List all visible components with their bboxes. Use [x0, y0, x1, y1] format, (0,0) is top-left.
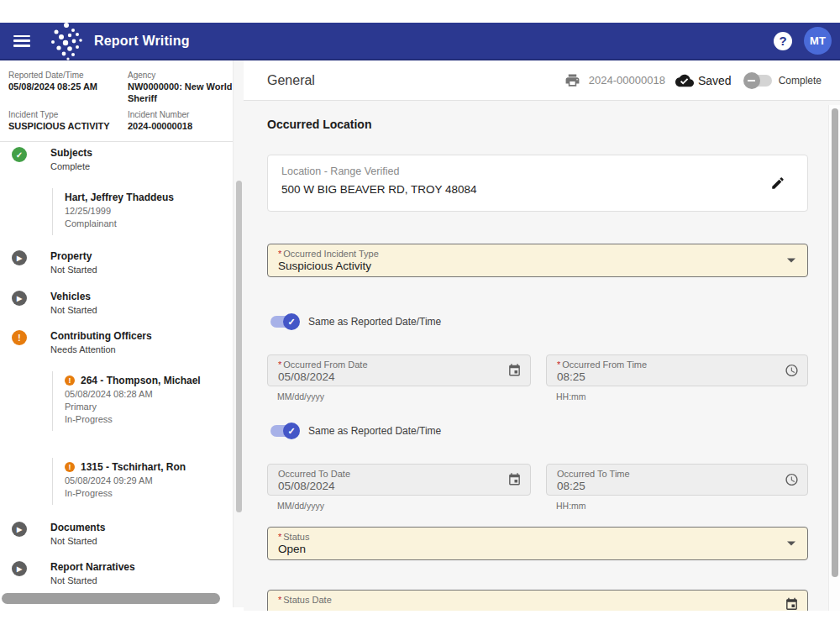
incident-number-value: 2024-00000018	[128, 121, 233, 133]
sidebar-item-property[interactable]: ▶ Property Not Started	[0, 250, 227, 275]
sidebar-item-report-narratives[interactable]: ▶ Report Narratives Not Started	[0, 561, 227, 585]
officer-name: ! 264 - Thompson, Michael	[65, 375, 220, 386]
occurred-location-heading: Occurred Location	[267, 118, 371, 131]
cloud-saved-icon	[675, 71, 694, 90]
calendar-icon[interactable]	[785, 597, 799, 611]
documents-label: Documents	[50, 522, 105, 533]
vehicles-status: Not Started	[50, 305, 97, 315]
date-format-hint: MM/dd/yyyy	[277, 501, 324, 511]
same-as-reported-label: Same as Reported Date/Time	[308, 425, 441, 437]
reported-datetime-label: Reported Date/Time	[8, 71, 113, 80]
subject-name: Hart, Jeffrey Thaddeus	[65, 192, 220, 203]
agency-label: Agency	[128, 71, 233, 80]
officer-role: Primary	[65, 402, 220, 412]
report-writing-app: Report Writing ? MT Reported Date/Time 0…	[0, 0, 840, 630]
location-value: 500 W BIG BEAVER RD, TROY 48084	[281, 183, 794, 196]
not-started-play-icon: ▶	[12, 291, 27, 306]
sidebar-item-subjects[interactable]: ✓ Subjects Complete	[0, 147, 227, 171]
not-started-play-icon: ▶	[12, 250, 27, 265]
required-marker: *	[278, 360, 281, 370]
sidebar-horizontal-scrollbar[interactable]	[2, 593, 220, 604]
report-number: 2024-00000018	[589, 74, 665, 87]
occurred-incident-type-value: Suspicious Activity	[278, 260, 797, 272]
printer-icon[interactable]	[564, 72, 580, 88]
main-scrollbar-thumb[interactable]	[832, 108, 838, 577]
reported-datetime-value: 05/08/2024 08:25 AM	[8, 81, 113, 93]
occurred-incident-type-label: Occurred Incident Type	[283, 249, 379, 259]
edit-location-icon[interactable]	[770, 176, 785, 191]
occurred-from-time-label: Occurred From Time	[562, 360, 647, 370]
not-started-play-icon: ▶	[12, 561, 27, 576]
occurred-to-time-label: Occurred To Time	[557, 469, 630, 479]
sidebar-item-contributing-officers[interactable]: ! Contributing Officers Needs Attention	[0, 330, 227, 354]
general-header: General 2024-00000018 Saved Complete	[244, 60, 840, 101]
subjects-status: Complete	[50, 161, 92, 171]
sidebar-scrollbar-thumb[interactable]	[236, 181, 242, 512]
same-as-reported-toggle-from[interactable]: ✓ Same as Reported Date/Time	[270, 316, 441, 328]
sidebar-divider	[0, 141, 233, 142]
property-label: Property	[50, 250, 97, 262]
report-narratives-label: Report Narratives	[50, 561, 135, 573]
status-date-label: Status Date	[283, 595, 331, 605]
toggle-check-icon: ✓	[283, 423, 300, 439]
clock-icon[interactable]	[785, 364, 799, 378]
calendar-icon[interactable]	[507, 364, 522, 378]
sidebar-item-officer-thompson[interactable]: ! 264 - Thompson, Michael 05/08/2024 08:…	[52, 371, 220, 431]
saved-status: Saved	[698, 74, 732, 87]
calendar-icon[interactable]	[507, 473, 522, 487]
documents-status: Not Started	[50, 536, 105, 546]
status-select[interactable]: *Status Open	[267, 527, 808, 560]
required-marker: *	[278, 595, 281, 605]
chevron-down-icon	[787, 542, 795, 546]
occurred-to-date-field[interactable]: Occurred To Date 05/08/2024	[267, 464, 531, 496]
vehicles-label: Vehicles	[50, 291, 97, 302]
complete-toggle-label: Complete	[779, 75, 822, 87]
required-marker: *	[557, 360, 560, 370]
occurred-incident-type-select[interactable]: *Occurred Incident Type Suspicious Activ…	[267, 244, 808, 277]
incident-type-value: SUSPICIOUS ACTIVITY	[8, 121, 113, 133]
user-avatar[interactable]: MT	[804, 27, 832, 55]
needs-attention-icon: !	[12, 330, 27, 345]
same-as-reported-label: Same as Reported Date/Time	[308, 316, 441, 328]
incident-number-label: Incident Number	[128, 110, 233, 119]
status-value: Open	[278, 543, 797, 555]
toggle-on-track: ✓	[270, 425, 297, 437]
clock-icon[interactable]	[785, 473, 799, 487]
complete-toggle[interactable]	[745, 75, 772, 87]
officer-name: ! 1315 - Tschirhart, Ron	[65, 461, 220, 473]
officer-status: In-Progress	[65, 414, 220, 424]
incident-type-label: Incident Type	[8, 110, 113, 119]
occurred-to-time-field[interactable]: Occurred To Time 08:25	[546, 464, 808, 496]
same-as-reported-toggle-to[interactable]: ✓ Same as Reported Date/Time	[270, 425, 441, 437]
menu-icon[interactable]	[13, 35, 30, 47]
subjects-label: Subjects	[50, 147, 92, 159]
not-started-play-icon: ▶	[12, 522, 27, 537]
required-marker: *	[278, 249, 281, 259]
occurred-from-time-field[interactable]: *Occurred From Time 08:25	[546, 354, 808, 386]
sidebar-item-documents[interactable]: ▶ Documents Not Started	[0, 522, 227, 546]
status-date-field[interactable]: *Status Date	[267, 590, 808, 611]
property-status: Not Started	[50, 265, 97, 275]
sidebar-item-vehicles[interactable]: ▶ Vehicles Not Started	[0, 291, 227, 315]
alert-icon: !	[65, 375, 75, 386]
sidebar-scrollbar-track	[233, 60, 244, 607]
location-card: Location - Range Verified 500 W BIG BEAV…	[267, 155, 808, 212]
toggle-check-icon: ✓	[283, 313, 300, 330]
chevron-down-icon	[787, 259, 795, 263]
general-form: Occurred Location Location - Range Verif…	[244, 101, 840, 611]
sidebar-item-subject-hart[interactable]: Hart, Jeffrey Thaddeus 12/25/1999 Compla…	[52, 188, 220, 235]
occurred-to-time-value: 08:25	[557, 480, 797, 492]
occurred-from-time-value: 08:25	[557, 370, 797, 383]
contributing-officers-label: Contributing Officers	[50, 330, 152, 342]
report-sidebar: Reported Date/Time 05/08/2024 08:25 AM A…	[0, 60, 233, 607]
time-format-hint: HH:mm	[556, 501, 586, 511]
help-icon[interactable]: ?	[774, 32, 792, 50]
complete-check-icon: ✓	[12, 147, 27, 162]
occurred-to-date-label: Occurred To Date	[278, 469, 350, 479]
alert-icon: !	[65, 462, 75, 472]
officer-datetime: 05/08/2024 09:29 AM	[65, 475, 220, 486]
occurred-from-date-field[interactable]: *Occurred From Date 05/08/2024	[267, 354, 531, 386]
subject-dob: 12/25/1999	[65, 206, 220, 216]
sidebar-item-officer-tschirhart[interactable]: ! 1315 - Tschirhart, Ron 05/08/2024 09:2…	[52, 458, 220, 505]
required-marker: *	[278, 532, 281, 542]
